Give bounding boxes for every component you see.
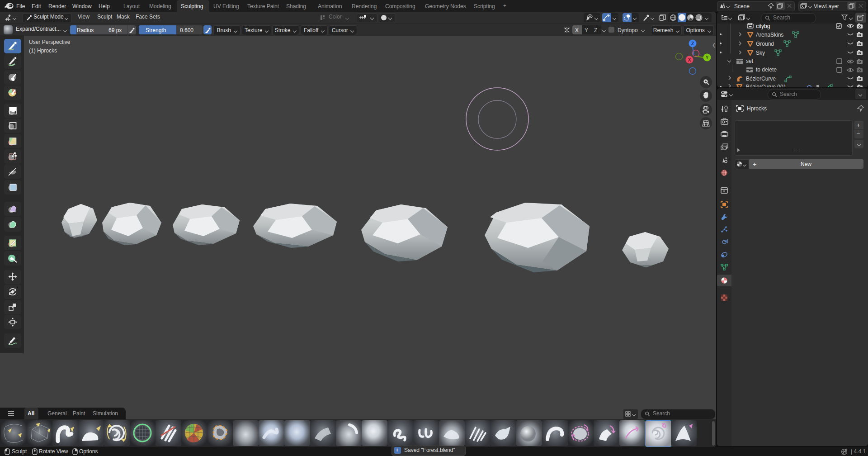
svg-text:X: X xyxy=(688,57,691,62)
svg-text:Z: Z xyxy=(691,41,694,46)
svg-text:Y: Y xyxy=(706,55,709,60)
